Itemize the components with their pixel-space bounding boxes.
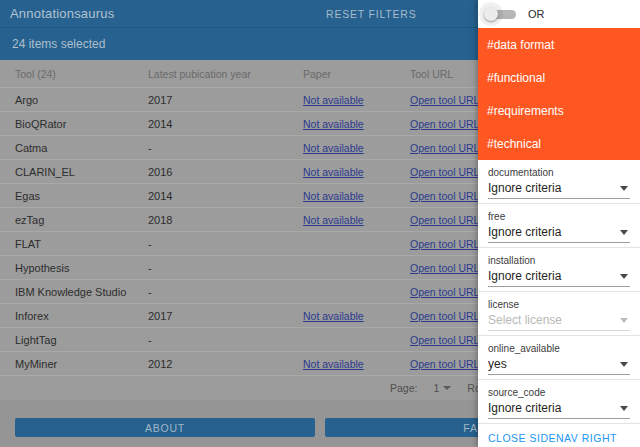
tool-url-link[interactable]: Open tool URL <box>410 286 479 298</box>
paper-link[interactable]: Not available <box>303 190 364 202</box>
filter-group-online-available: online_available yes <box>478 336 640 380</box>
tag-chip-technical[interactable]: #technical <box>478 127 640 160</box>
tool-name: CLARIN_EL <box>0 166 148 178</box>
app-bar: Annotationsaurus RESET FILTERS <box>0 0 478 28</box>
tag-chip-functional[interactable]: #functional <box>478 61 640 94</box>
select-value: yes <box>488 357 507 371</box>
tool-name: ezTag <box>0 214 148 226</box>
switch-thumb <box>484 7 498 21</box>
chevron-down-icon <box>620 362 628 367</box>
tool-url-link[interactable]: Open tool URL <box>410 190 479 202</box>
publication-year: 2012 <box>148 358 303 370</box>
paper-link[interactable]: Not available <box>303 166 364 178</box>
filter-label: online_available <box>488 343 630 354</box>
tool-name: FLAT <box>0 238 148 250</box>
close-sidenav-button[interactable]: CLOSE SIDENAV RIGHT <box>478 432 617 444</box>
select-placeholder: Select license <box>488 313 562 327</box>
or-toggle-label: OR <box>528 8 545 20</box>
tool-url-link[interactable]: Open tool URL <box>410 310 479 322</box>
paper-link[interactable]: Not available <box>303 118 364 130</box>
tool-name: LightTag <box>0 334 148 346</box>
paper-link[interactable]: Not available <box>303 358 364 370</box>
publication-year: - <box>148 142 303 154</box>
filter-label: documentation <box>488 167 630 178</box>
filter-group-free: free Ignore criteria <box>478 204 640 248</box>
tool-name: Egas <box>0 190 148 202</box>
paper-link[interactable]: Not available <box>303 214 364 226</box>
tool-url-link[interactable]: Open tool URL <box>410 166 479 178</box>
tool-name: MyMiner <box>0 358 148 370</box>
or-toggle-row: OR <box>478 0 640 28</box>
select-value: Ignore criteria <box>488 269 561 283</box>
about-button[interactable]: ABOUT <box>15 418 315 437</box>
select-value: Ignore criteria <box>488 401 561 415</box>
chevron-down-icon <box>620 186 628 191</box>
or-toggle-switch[interactable] <box>486 5 516 23</box>
tool-name: Hypothesis <box>0 262 148 274</box>
filter-sidenav: OR #data format #functional #requirement… <box>478 0 640 447</box>
close-sidenav-row: CLOSE SIDENAV RIGHT <box>478 426 640 447</box>
filter-group-documentation: documentation Ignore criteria <box>478 160 640 204</box>
paper-link[interactable]: Not available <box>303 310 364 322</box>
publication-year: - <box>148 286 303 298</box>
tool-url-link[interactable]: Open tool URL <box>410 238 479 250</box>
tool-url-link[interactable]: Open tool URL <box>410 334 479 346</box>
license-select[interactable]: Select license <box>488 313 630 331</box>
tag-chip-requirements[interactable]: #requirements <box>478 94 640 127</box>
select-value: Ignore criteria <box>488 181 561 195</box>
publication-year: 2016 <box>148 166 303 178</box>
reset-filters-button[interactable]: RESET FILTERS <box>326 0 417 28</box>
paper-link[interactable]: Not available <box>303 94 364 106</box>
chevron-down-icon <box>620 274 628 279</box>
tool-name: Inforex <box>0 310 148 322</box>
selection-toolbar: 24 items selected <box>0 28 478 60</box>
chevron-down-icon <box>620 230 628 235</box>
column-header-paper: Paper <box>303 68 410 80</box>
publication-year: 2014 <box>148 190 303 202</box>
publication-year: 2017 <box>148 94 303 106</box>
filter-label: license <box>488 299 630 310</box>
tool-url-link[interactable]: Open tool URL <box>410 142 479 154</box>
tool-name: Catma <box>0 142 148 154</box>
tool-url-link[interactable]: Open tool URL <box>410 118 479 130</box>
page-select-value[interactable]: 1 <box>433 382 439 394</box>
tool-url-link[interactable]: Open tool URL <box>410 358 479 370</box>
publication-year: 2014 <box>148 118 303 130</box>
page-label: Page: <box>390 382 417 394</box>
tag-chip-data-format[interactable]: #data format <box>478 28 640 61</box>
app-title: Annotationsaurus <box>10 6 114 21</box>
free-select[interactable]: Ignore criteria <box>488 225 630 243</box>
publication-year: 2017 <box>148 310 303 322</box>
filter-label: installation <box>488 255 630 266</box>
column-header-tool: Tool (24) <box>0 68 148 80</box>
source-code-select[interactable]: Ignore criteria <box>488 401 630 419</box>
installation-select[interactable]: Ignore criteria <box>488 269 630 287</box>
tool-name: IBM Knowledge Studio <box>0 286 148 298</box>
publication-year: 2018 <box>148 214 303 226</box>
tool-url-link[interactable]: Open tool URL <box>410 262 479 274</box>
publication-year: - <box>148 238 303 250</box>
chevron-down-icon <box>620 318 628 323</box>
tool-name: Argo <box>0 94 148 106</box>
filter-label: free <box>488 211 630 222</box>
documentation-select[interactable]: Ignore criteria <box>488 181 630 199</box>
tool-url-link[interactable]: Open tool URL <box>410 94 479 106</box>
tool-name: BioQRator <box>0 118 148 130</box>
online-available-select[interactable]: yes <box>488 357 630 375</box>
paper-link[interactable]: Not available <box>303 142 364 154</box>
page-select-arrow-icon[interactable] <box>443 386 451 390</box>
publication-year: - <box>148 262 303 274</box>
column-header-year: Latest pubication year <box>148 68 303 80</box>
filter-group-source-code: source_code Ignore criteria <box>478 380 640 424</box>
select-value: Ignore criteria <box>488 225 561 239</box>
filter-label: source_code <box>488 387 630 398</box>
selection-count: 24 items selected <box>12 37 105 51</box>
chevron-down-icon <box>620 406 628 411</box>
publication-year: - <box>148 334 303 346</box>
filter-group-license: license Select license <box>478 292 640 336</box>
tool-url-link[interactable]: Open tool URL <box>410 214 479 226</box>
filter-group-installation: installation Ignore criteria <box>478 248 640 292</box>
